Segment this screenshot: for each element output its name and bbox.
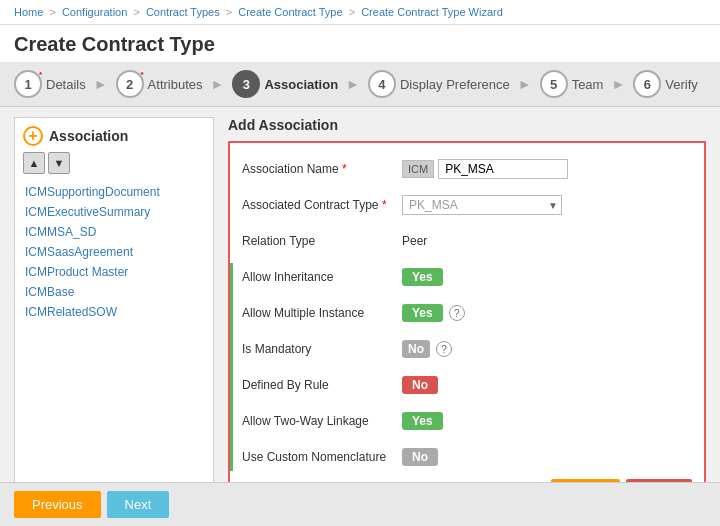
- step-arrow-4: ►: [518, 76, 532, 92]
- step-2[interactable]: *2 Attributes: [116, 70, 211, 98]
- is-mandatory-label: Is Mandatory: [242, 342, 402, 356]
- assoc-name-input[interactable]: [438, 159, 568, 179]
- breadcrumb-configuration[interactable]: Configuration: [62, 6, 127, 18]
- breadcrumb: Home > Configuration > Contract Types > …: [0, 0, 720, 25]
- right-panel: Add Association Association Name * ICM A…: [228, 117, 706, 493]
- assoc-type-req: *: [382, 198, 387, 212]
- assoc-type-label: Associated Contract Type *: [242, 198, 402, 212]
- assoc-name-row: Association Name * ICM: [242, 155, 692, 183]
- step-arrow-2: ►: [211, 76, 225, 92]
- left-panel: + Association ▲ ▼ ICMSupportingDocument …: [14, 117, 214, 493]
- use-custom-row: Use Custom Nomenclature No: [242, 443, 692, 471]
- step-arrow-3: ►: [346, 76, 360, 92]
- use-custom-label: Use Custom Nomenclature: [242, 450, 402, 464]
- list-item[interactable]: ICMProduct Master: [23, 262, 205, 282]
- defined-by-rule-row: Defined By Rule No: [242, 371, 692, 399]
- step-6-label: Verify: [665, 77, 698, 92]
- step-4[interactable]: 4 Display Preference: [368, 70, 518, 98]
- step-2-label: Attributes: [148, 77, 203, 92]
- list-item[interactable]: ICMSupportingDocument: [23, 182, 205, 202]
- assoc-name-req: *: [342, 162, 347, 176]
- reorder-buttons: ▲ ▼: [23, 152, 205, 174]
- add-association-title: Add Association: [228, 117, 706, 133]
- allow-inheritance-row: Allow Inheritance Yes: [242, 263, 692, 291]
- breadcrumb-home[interactable]: Home: [14, 6, 43, 18]
- association-list: ICMSupportingDocument ICMExecutiveSummar…: [23, 182, 205, 322]
- list-item[interactable]: ICMRelatedSOW: [23, 302, 205, 322]
- list-item[interactable]: ICMExecutiveSummary: [23, 202, 205, 222]
- breadcrumb-create-contract-type[interactable]: Create Contract Type: [238, 6, 342, 18]
- assoc-name-input-group: ICM: [402, 159, 568, 179]
- wizard-steps: *1 Details ► *2 Attributes ► 3 Associati…: [0, 62, 720, 107]
- step-arrow-5: ►: [611, 76, 625, 92]
- use-custom-toggle[interactable]: No: [402, 448, 438, 466]
- list-item[interactable]: ICMSaasAgreement: [23, 242, 205, 262]
- allow-multiple-label: Allow Multiple Instance: [242, 306, 402, 320]
- next-button[interactable]: Next: [107, 491, 170, 518]
- previous-button[interactable]: Previous: [14, 491, 101, 518]
- step-1[interactable]: *1 Details: [14, 70, 94, 98]
- is-mandatory-toggle[interactable]: No: [402, 340, 430, 358]
- assoc-type-dropdown-wrapper: PK_MSA ▼: [402, 195, 562, 215]
- allow-two-way-label: Allow Two-Way Linkage: [242, 414, 402, 428]
- footer-bar: Previous Next: [0, 482, 720, 526]
- list-item[interactable]: ICMBase: [23, 282, 205, 302]
- add-association-button[interactable]: +: [23, 126, 43, 146]
- step-arrow-1: ►: [94, 76, 108, 92]
- assoc-type-row: Associated Contract Type * PK_MSA ▼: [242, 191, 692, 219]
- is-mandatory-info-icon[interactable]: ?: [436, 341, 452, 357]
- step-3[interactable]: 3 Association: [232, 70, 346, 98]
- left-panel-title: Association: [49, 128, 128, 144]
- allow-inheritance-toggle[interactable]: Yes: [402, 268, 443, 286]
- page-title: Create Contract Type: [0, 25, 720, 62]
- defined-by-rule-label: Defined By Rule: [242, 378, 402, 392]
- association-form: Association Name * ICM Associated Contra…: [228, 141, 706, 518]
- step-1-label: Details: [46, 77, 86, 92]
- allow-two-way-row: Allow Two-Way Linkage Yes: [242, 407, 692, 435]
- allow-multiple-row: Allow Multiple Instance Yes ?: [242, 299, 692, 327]
- relation-type-row: Relation Type Peer: [242, 227, 692, 255]
- step-5[interactable]: 5 Team: [540, 70, 612, 98]
- is-mandatory-row: Is Mandatory No ?: [242, 335, 692, 363]
- icm-prefix-badge: ICM: [402, 160, 434, 178]
- list-item[interactable]: ICMMSA_SD: [23, 222, 205, 242]
- allow-inheritance-label: Allow Inheritance: [242, 270, 402, 284]
- step-4-label: Display Preference: [400, 77, 510, 92]
- relation-type-value: Peer: [402, 234, 427, 248]
- step-6[interactable]: 6 Verify: [633, 70, 706, 98]
- allow-multiple-toggle[interactable]: Yes: [402, 304, 443, 322]
- step-5-label: Team: [572, 77, 604, 92]
- assoc-type-select[interactable]: PK_MSA: [402, 195, 562, 215]
- relation-type-label: Relation Type: [242, 234, 402, 248]
- breadcrumb-wizard[interactable]: Create Contract Type Wizard: [361, 6, 503, 18]
- move-down-button[interactable]: ▼: [48, 152, 70, 174]
- allow-multiple-info-icon[interactable]: ?: [449, 305, 465, 321]
- assoc-name-label: Association Name *: [242, 162, 402, 176]
- step-3-label: Association: [264, 77, 338, 92]
- breadcrumb-contract-types[interactable]: Contract Types: [146, 6, 220, 18]
- move-up-button[interactable]: ▲: [23, 152, 45, 174]
- allow-two-way-toggle[interactable]: Yes: [402, 412, 443, 430]
- defined-by-rule-toggle[interactable]: No: [402, 376, 438, 394]
